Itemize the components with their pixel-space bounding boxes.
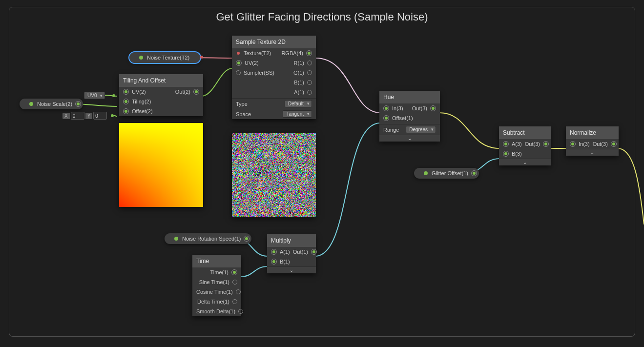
node-time[interactable]: Time Time(1) Sine Time(1) Cosine Time(1)… bbox=[192, 255, 241, 316]
port-out-icon[interactable] bbox=[75, 101, 81, 107]
port-in-icon[interactable] bbox=[503, 151, 509, 157]
node-title: Subtract bbox=[499, 126, 551, 139]
dropdown-value: Degrees bbox=[409, 127, 428, 132]
collapse-toggle[interactable]: ⌄ bbox=[566, 149, 619, 156]
dot-icon bbox=[424, 171, 428, 175]
port-out-icon[interactable] bbox=[236, 289, 241, 294]
port-label: Time(1) bbox=[210, 269, 229, 275]
port-out-icon[interactable] bbox=[307, 90, 312, 95]
port-out-icon[interactable] bbox=[244, 236, 249, 242]
port-label: Offset(2) bbox=[132, 108, 153, 114]
field-label: Type bbox=[236, 101, 248, 107]
port-label: Out(3) bbox=[412, 105, 427, 111]
node-title: Multiply bbox=[267, 234, 316, 247]
port-out-icon[interactable] bbox=[232, 280, 237, 285]
port-label: Cosine Time(1) bbox=[196, 289, 233, 295]
port-label: Sampler(SS) bbox=[244, 70, 274, 76]
port-in-icon[interactable] bbox=[236, 70, 241, 75]
port-label: Sine Time(1) bbox=[199, 279, 229, 285]
port-out-icon[interactable] bbox=[238, 309, 243, 314]
port-label: Out(1) bbox=[293, 249, 308, 255]
port-out-icon[interactable] bbox=[307, 61, 312, 65]
port-in-icon[interactable] bbox=[271, 249, 277, 255]
port-label: A(1) bbox=[280, 249, 290, 255]
port-label: UV(2) bbox=[132, 89, 146, 95]
port-out-icon[interactable] bbox=[543, 141, 549, 147]
port-label: In(3) bbox=[392, 105, 403, 111]
port-label: Out(3) bbox=[593, 141, 608, 147]
property-noise-texture[interactable]: Noise Texture(T2) bbox=[129, 52, 200, 63]
property-noise-rotation-speed[interactable]: Noise Rotation Speed(1) bbox=[165, 233, 251, 244]
pill-label: Noise Rotation Speed(1) bbox=[182, 236, 241, 242]
port-label: Delta Time(1) bbox=[197, 299, 229, 305]
port-label: Smooth Delta(1) bbox=[196, 308, 235, 314]
port-label: B(1) bbox=[294, 80, 304, 85]
property-glitter-offset[interactable]: Glitter Offset(1) bbox=[414, 168, 479, 179]
space-dropdown[interactable]: Tangent bbox=[283, 110, 312, 118]
port-out-icon[interactable] bbox=[611, 141, 617, 147]
dot-icon bbox=[111, 114, 114, 117]
collapse-toggle[interactable]: ⌄ bbox=[499, 159, 551, 165]
collapse-toggle[interactable]: ⌄ bbox=[267, 266, 316, 273]
property-noise-scale[interactable]: Noise Scale(2) bbox=[20, 99, 83, 109]
dot-icon bbox=[139, 56, 143, 60]
port-in-icon[interactable] bbox=[383, 105, 389, 111]
port-in-icon[interactable] bbox=[503, 141, 509, 147]
dot-icon bbox=[174, 237, 178, 241]
port-out-icon[interactable] bbox=[232, 299, 237, 304]
port-label: Out(2) bbox=[175, 89, 190, 95]
group-frame[interactable] bbox=[9, 7, 635, 337]
chevron-down-icon: ⌄ bbox=[590, 150, 594, 155]
port-out-icon[interactable] bbox=[231, 269, 237, 275]
port-out-icon[interactable] bbox=[311, 249, 317, 255]
field-label: Space bbox=[236, 111, 251, 117]
port-out-icon[interactable] bbox=[471, 170, 477, 176]
port-in-icon[interactable] bbox=[271, 259, 277, 265]
port-in-icon[interactable] bbox=[570, 141, 576, 147]
uv-chip-label: UV0 bbox=[87, 93, 97, 98]
range-dropdown[interactable]: Degrees bbox=[406, 126, 436, 133]
offset-xy-inputs: X Y bbox=[62, 112, 114, 120]
port-in-icon[interactable] bbox=[123, 99, 129, 104]
node-tiling-and-offset[interactable]: Tiling And Offset UV(2) Out(2) Tiling(2)… bbox=[119, 74, 203, 116]
port-in-icon[interactable] bbox=[236, 60, 242, 66]
port-out-icon[interactable] bbox=[307, 70, 312, 75]
port-out-icon[interactable] bbox=[306, 50, 312, 56]
dropdown-value: Default bbox=[288, 101, 304, 106]
pill-label: Noise Scale(2) bbox=[37, 101, 72, 107]
port-in-icon[interactable] bbox=[123, 89, 129, 95]
port-label: In(3) bbox=[579, 141, 590, 147]
dropdown-value: Tangent bbox=[286, 111, 304, 117]
node-multiply[interactable]: Multiply A(1) Out(1) B(1) ⌄ bbox=[267, 234, 316, 273]
type-dropdown[interactable]: Default bbox=[285, 100, 312, 107]
uv-channel-dropdown[interactable]: UV0 bbox=[84, 92, 105, 99]
port-out-icon[interactable] bbox=[430, 105, 436, 111]
port-out-icon[interactable] bbox=[193, 89, 199, 95]
field-label: Range bbox=[383, 127, 399, 133]
node-hue[interactable]: Hue In(3) Out(3) Offset(1) Range Degrees… bbox=[379, 91, 440, 142]
x-label: X bbox=[62, 113, 70, 119]
port-out-icon[interactable] bbox=[307, 80, 312, 85]
port-in-icon[interactable] bbox=[236, 51, 241, 56]
node-title: Normalize bbox=[566, 126, 619, 139]
port-in-icon[interactable] bbox=[123, 108, 129, 114]
dot-icon bbox=[112, 94, 115, 97]
node-subtract[interactable]: Subtract A(3) Out(3) B(3) ⌄ bbox=[499, 126, 551, 165]
pill-label: Glitter Offset(1) bbox=[432, 170, 468, 176]
node-sample-texture-2d[interactable]: Sample Texture 2D Texture(T2) RGBA(4) UV… bbox=[232, 36, 316, 119]
chevron-down-icon: ⌄ bbox=[290, 267, 293, 273]
node-normalize[interactable]: Normalize In(3) Out(3) ⌄ bbox=[566, 126, 619, 156]
port-label: R(1) bbox=[294, 60, 304, 66]
node-title: Hue bbox=[379, 91, 440, 103]
pill-label: Noise Texture(T2) bbox=[147, 55, 189, 61]
preview-noise-texture bbox=[232, 133, 316, 217]
offset-y-input[interactable] bbox=[93, 112, 107, 120]
offset-x-input[interactable] bbox=[71, 112, 84, 120]
port-label: B(3) bbox=[512, 151, 522, 157]
node-title: Sample Texture 2D bbox=[232, 36, 316, 48]
chevron-down-icon: ⌄ bbox=[408, 136, 412, 141]
port-in-icon[interactable] bbox=[383, 115, 389, 121]
collapse-toggle[interactable]: ⌄ bbox=[379, 135, 440, 142]
port-label: RGBA(4) bbox=[281, 50, 303, 56]
port-label: Texture(T2) bbox=[244, 50, 271, 56]
